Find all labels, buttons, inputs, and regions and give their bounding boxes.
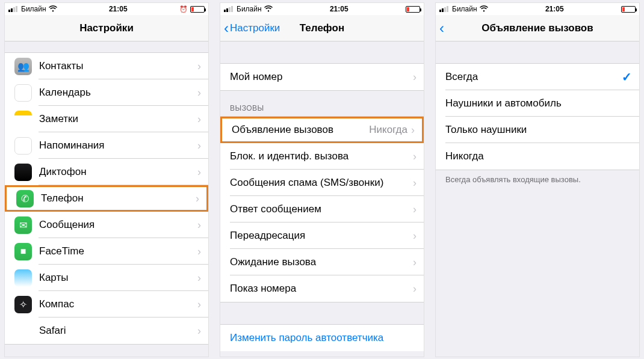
- safari-icon: ✹: [14, 322, 32, 340]
- settings-row-compass[interactable]: ✧Компас›: [5, 291, 208, 318]
- status-bar: Билайн 21:05: [220, 3, 424, 15]
- row-label: Календарь: [39, 87, 197, 99]
- phone-icon: ✆: [16, 190, 34, 207]
- settings-row-contacts[interactable]: 👥Контакты›: [5, 53, 208, 79]
- alarm-icon: ⏰: [179, 5, 188, 13]
- carrier-label: Билайн: [452, 5, 477, 13]
- announce-footer: Всегда объявлять входящие вызовы.: [436, 170, 639, 184]
- status-time: 21:05: [330, 5, 348, 13]
- settings-row-phone[interactable]: ✆Телефон›: [5, 185, 208, 212]
- calls-row[interactable]: Показ номера›: [220, 275, 424, 302]
- settings-row-reminders[interactable]: Напоминания›: [5, 132, 208, 159]
- chevron-right-icon: ›: [197, 272, 201, 284]
- settings-row-safari[interactable]: ✹Safari›: [5, 318, 208, 344]
- row-label: Safari: [39, 325, 197, 337]
- page-title: Настройки: [79, 22, 134, 34]
- announce-option[interactable]: Никогда: [436, 143, 639, 170]
- my-number-row[interactable]: Мой номер ›: [220, 64, 424, 90]
- screen-settings: Билайн 21:05 ⏰ Настройки 👥Контакты›Кален…: [4, 2, 209, 357]
- settings-row-facetime[interactable]: ■FaceTime›: [5, 238, 208, 265]
- row-label: Переадресация: [230, 230, 413, 242]
- reminders-icon: [14, 137, 32, 155]
- calls-row[interactable]: Сообщения спама (SMS/звонки)›: [220, 170, 424, 196]
- my-number-group: Мой номер ›: [220, 63, 424, 91]
- row-label: Показ номера: [230, 283, 413, 295]
- row-label: FaceTime: [39, 245, 197, 257]
- chevron-left-icon: ‹: [224, 21, 229, 35]
- nav-bar: ‹ Объявление вызовов: [436, 15, 639, 41]
- settings-row-calendar[interactable]: Календарь›: [5, 79, 208, 106]
- chevron-right-icon: ›: [413, 230, 416, 242]
- status-time: 21:05: [109, 5, 128, 13]
- change-voicemail-password-link[interactable]: Изменить пароль автоответчика: [220, 324, 424, 351]
- chevron-right-icon: ›: [197, 166, 201, 179]
- page-title: Объявление вызовов: [481, 22, 593, 34]
- calendar-icon: [14, 84, 32, 102]
- row-label: Контакты: [39, 60, 197, 72]
- calls-row[interactable]: Ответ сообщением›: [220, 196, 424, 222]
- carrier-label: Билайн: [21, 5, 46, 13]
- notes-icon: [14, 111, 32, 128]
- nav-bar: Настройки: [5, 15, 208, 41]
- row-detail: Никогда: [369, 124, 407, 136]
- row-label: Телефон: [41, 192, 196, 204]
- battery-icon: [190, 6, 205, 13]
- chevron-right-icon: ›: [413, 177, 416, 189]
- check-icon: ✓: [622, 70, 632, 84]
- screen-phone-settings: Билайн 21:05 ‹ Настройки Телефон Мой ном…: [220, 2, 424, 357]
- back-label: Настройки: [230, 22, 280, 34]
- messages-icon: ✉︎: [14, 216, 32, 234]
- wifi-icon: [49, 5, 57, 13]
- calls-row[interactable]: Ожидание вызова›: [220, 249, 424, 275]
- signal-icon: [8, 6, 17, 12]
- settings-row-messages[interactable]: ✉︎Сообщения›: [5, 212, 208, 238]
- row-label: Сообщения спама (SMS/звонки): [230, 177, 413, 189]
- back-button[interactable]: ‹: [439, 15, 445, 41]
- chevron-right-icon: ›: [197, 298, 201, 311]
- option-label: Никогда: [445, 150, 632, 162]
- row-label: Диктофон: [39, 166, 197, 178]
- announce-option[interactable]: Всегда✓: [436, 64, 639, 90]
- voice-icon: [14, 164, 32, 181]
- status-bar: Билайн 21:05 ⏰: [5, 3, 208, 15]
- option-label: Всегда: [445, 71, 622, 83]
- row-label: Ожидание вызова: [230, 256, 413, 268]
- row-label: Объявление вызовов: [232, 124, 369, 136]
- row-label: Сообщения: [39, 219, 197, 231]
- calls-row[interactable]: Объявление вызововНикогда›: [220, 117, 424, 143]
- announce-option[interactable]: Наушники и автомобиль: [436, 90, 639, 117]
- chevron-right-icon: ›: [197, 219, 201, 232]
- settings-row-maps[interactable]: Карты›: [5, 265, 208, 291]
- calls-header: ВЫЗОВЫ: [220, 91, 424, 116]
- facetime-icon: ■: [14, 243, 32, 260]
- page-title: Телефон: [300, 22, 344, 34]
- announce-options-list: Всегда✓Наушники и автомобильТолько наушн…: [436, 63, 639, 170]
- chevron-right-icon: ›: [197, 245, 201, 258]
- voicemail-link-label: Изменить пароль автоответчика: [230, 332, 383, 343]
- chevron-right-icon: ›: [196, 192, 199, 205]
- row-label: Заметки: [39, 113, 197, 125]
- row-label: Карты: [39, 272, 197, 284]
- calls-row[interactable]: Блок. и идентиф. вызова›: [220, 143, 424, 170]
- chevron-right-icon: ›: [197, 87, 201, 99]
- carrier-label: Билайн: [237, 5, 262, 13]
- back-button[interactable]: ‹ Настройки: [224, 15, 280, 41]
- status-time: 21:05: [545, 5, 564, 13]
- chevron-right-icon: ›: [413, 256, 416, 269]
- wifi-icon: [480, 5, 488, 13]
- my-number-label: Мой номер: [230, 71, 413, 83]
- settings-row-notes[interactable]: Заметки›: [5, 106, 208, 132]
- calls-row[interactable]: Переадресация›: [220, 222, 424, 249]
- chevron-left-icon: ‹: [439, 21, 444, 35]
- settings-list: 👥Контакты›Календарь›Заметки›Напоминания›…: [5, 52, 208, 345]
- settings-row-voice[interactable]: Диктофон›: [5, 159, 208, 185]
- row-label: Компас: [39, 298, 197, 310]
- nav-bar: ‹ Настройки Телефон: [220, 15, 424, 41]
- calls-list: Объявление вызововНикогда›Блок. и иденти…: [220, 116, 424, 302]
- battery-icon: [621, 6, 636, 13]
- announce-option[interactable]: Только наушники: [436, 117, 639, 143]
- compass-icon: ✧: [14, 296, 32, 313]
- chevron-right-icon: ›: [197, 113, 201, 126]
- chevron-right-icon: ›: [197, 140, 201, 152]
- contacts-icon: 👥: [14, 58, 32, 75]
